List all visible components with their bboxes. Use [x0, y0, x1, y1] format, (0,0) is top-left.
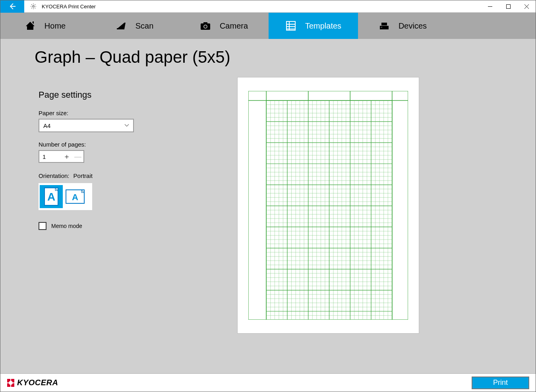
svg-point-116 [9, 381, 13, 385]
paper-size-dropdown[interactable]: A4 [39, 119, 134, 132]
num-pages-label: Number of pages: [39, 141, 178, 148]
close-button[interactable] [517, 0, 536, 13]
tab-templates[interactable]: Templates [269, 13, 358, 39]
footer: KYOCERA Print [0, 373, 536, 392]
maximize-button[interactable] [499, 0, 517, 13]
svg-point-9 [204, 25, 207, 28]
svg-rect-2 [506, 4, 510, 8]
close-icon [524, 4, 529, 9]
svg-rect-16 [381, 23, 387, 25]
brand-logo: KYOCERA [7, 378, 58, 387]
tab-camera[interactable]: Camera [179, 13, 269, 39]
svg-rect-5 [117, 28, 124, 29]
settings-panel: Page settings Paper size: A4 Number of p… [39, 90, 178, 230]
tab-label: Camera [220, 21, 248, 31]
template-preview [238, 77, 419, 333]
orientation-options: A A [39, 183, 92, 210]
orientation-portrait[interactable]: A [40, 185, 63, 208]
maximize-icon [506, 4, 511, 9]
svg-rect-17 [381, 27, 382, 27]
window-controls [481, 0, 536, 13]
back-arrow-icon [8, 2, 16, 10]
settings-gear-icon [27, 3, 39, 10]
templates-icon [285, 20, 296, 31]
nav-tabs: Home Scan Camera Templates Devices [0, 13, 536, 39]
paper-size-value: A4 [43, 122, 50, 129]
orientation-label: Orientation: [39, 172, 70, 179]
portrait-icon: A [43, 187, 59, 206]
brand-text: KYOCERA [17, 378, 58, 387]
print-button[interactable]: Print [472, 377, 529, 389]
minus-icon: — [74, 153, 81, 161]
increment-button[interactable]: ＋ [61, 151, 72, 162]
print-button-label: Print [493, 378, 508, 387]
paper-size-label: Paper size: [39, 110, 178, 116]
minimize-icon [488, 4, 492, 9]
svg-point-0 [33, 6, 34, 7]
memo-mode-checkbox[interactable] [39, 222, 46, 230]
tab-label: Scan [135, 21, 154, 31]
landscape-icon: A [65, 189, 85, 205]
tab-label: Devices [399, 21, 427, 31]
svg-rect-7 [203, 22, 207, 24]
graph-paper-preview [248, 91, 408, 320]
orientation-value: Portrait [74, 172, 93, 179]
tab-devices[interactable]: Devices [358, 13, 447, 39]
minimize-button[interactable] [481, 0, 499, 13]
chevron-down-icon [124, 123, 129, 128]
tab-home[interactable]: Home [0, 13, 90, 39]
camera-icon [200, 20, 211, 31]
content-area: Graph – Quad paper (5x5) Page settings P… [0, 39, 536, 373]
tab-scan[interactable]: Scan [90, 13, 179, 39]
titlebar: KYOCERA Print Center [0, 0, 536, 13]
svg-text:A: A [72, 192, 78, 202]
app-title: KYOCERA Print Center [42, 4, 96, 10]
svg-text:A: A [47, 191, 55, 203]
plus-icon: ＋ [63, 152, 70, 161]
num-pages-value: 1 [39, 153, 61, 160]
devices-icon [379, 20, 390, 31]
kyocera-symbol-icon [7, 378, 15, 387]
tab-label: Templates [305, 21, 341, 31]
memo-mode-label: Memo mode [51, 223, 82, 229]
tab-label: Home [45, 21, 66, 31]
back-button[interactable] [0, 0, 24, 13]
svg-rect-15 [380, 26, 389, 29]
num-pages-stepper[interactable]: 1 ＋ — [39, 150, 84, 163]
home-icon [25, 20, 36, 31]
settings-heading: Page settings [39, 90, 178, 100]
scan-icon [116, 20, 127, 31]
orientation-landscape[interactable]: A [64, 185, 87, 208]
svg-rect-22 [248, 91, 408, 320]
decrement-button[interactable]: — [72, 151, 83, 162]
page-title: Graph – Quad paper (5x5) [35, 48, 536, 67]
